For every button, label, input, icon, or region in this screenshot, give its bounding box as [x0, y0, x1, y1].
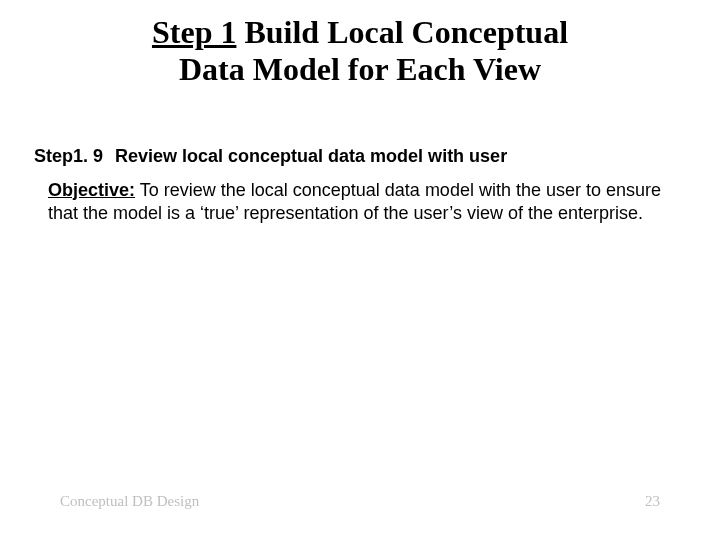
step-heading: Step1. 9Review local conceptual data mod…	[34, 146, 686, 167]
title-wrap: Step 1 Build Local Conceptual Data Model…	[0, 0, 720, 88]
objective-block: Objective: To review the local conceptua…	[48, 179, 686, 225]
page-number: 23	[645, 493, 660, 510]
title-rest-line1: Build Local Conceptual	[236, 14, 568, 50]
slide-title: Step 1 Build Local Conceptual Data Model…	[152, 14, 568, 88]
title-step-prefix: Step 1	[152, 14, 236, 50]
title-line2: Data Model for Each View	[152, 51, 568, 88]
step-title: Review local conceptual data model with …	[115, 146, 507, 166]
footer-left: Conceptual DB Design	[60, 493, 199, 510]
slide: Step 1 Build Local Conceptual Data Model…	[0, 0, 720, 540]
step-number: Step1. 9	[34, 146, 103, 166]
objective-text: To review the local conceptual data mode…	[48, 180, 661, 223]
body: Step1. 9Review local conceptual data mod…	[0, 88, 720, 225]
objective-label: Objective:	[48, 180, 135, 200]
